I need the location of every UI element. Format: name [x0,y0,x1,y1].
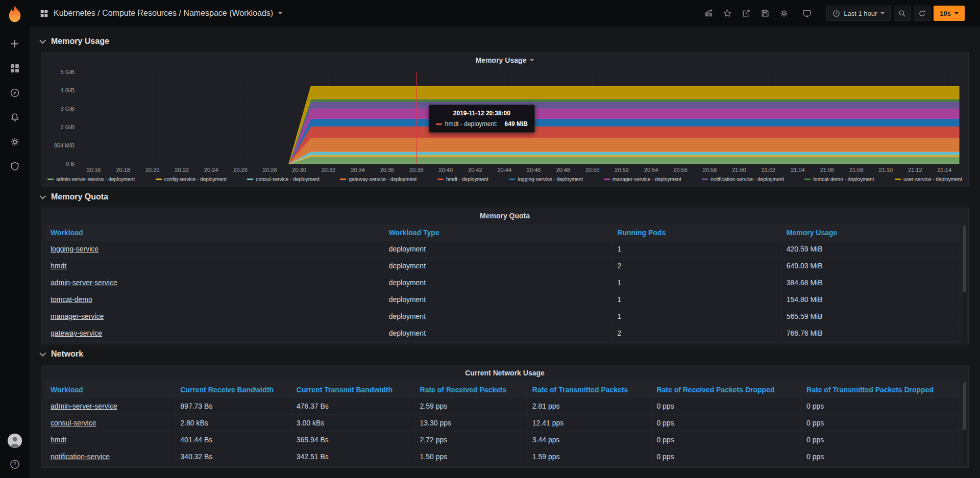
sidebar-bottom: ? [7,433,22,470]
time-range-picker[interactable]: Last 1 hour [826,6,891,21]
column-header[interactable]: Rate of Transmitted Packets [527,382,652,398]
share-icon[interactable] [741,8,752,19]
column-header[interactable]: Memory Usage [781,225,960,241]
table-cell: 649.03 MiB [781,258,960,274]
add-panel-icon[interactable] [703,8,714,19]
configuration-icon[interactable] [9,136,20,147]
table-cell: deployment [384,325,612,342]
legend-item[interactable]: consul-service - deployment [247,177,320,182]
workload-link[interactable]: gateway-service [51,329,102,337]
breadcrumb-caret-icon [278,12,282,14]
memory-quota-panel-title[interactable]: Memory Quota [41,208,968,223]
zoom-out-button[interactable] [894,6,911,21]
memory-usage-chart[interactable]: 0 B954 MiB2 GiB3 GiB4 GiB5 GiB20:1620:18… [41,68,968,175]
svg-text:20:22: 20:22 [175,167,189,173]
explore-icon[interactable] [9,87,20,98]
svg-text:20:46: 20:46 [527,167,541,173]
table-cell: 476.37 Bs [291,398,415,415]
column-header[interactable]: Current Receive Bandwidth [176,382,291,398]
workload-link[interactable]: consul-service [51,419,96,427]
table-row: admin-server-service897.73 Bs476.37 Bs2.… [46,398,960,415]
table-row: gateway-servicedeployment2766.76 MiB [46,325,960,342]
workload-link[interactable]: notification-service [51,452,110,461]
network-table: WorkloadCurrent Receive BandwidthCurrent… [45,382,960,465]
section-memory-quota[interactable]: Memory Quota [41,190,969,204]
legend-item[interactable]: config-service - deployment [156,177,227,182]
column-header[interactable]: Workload [46,382,176,398]
save-icon[interactable] [760,8,771,19]
svg-text:20:18: 20:18 [116,167,130,173]
dashboard-title-button[interactable]: Kubernetes / Compute Resources / Namespa… [40,9,282,18]
svg-text:20:42: 20:42 [468,167,482,173]
column-header[interactable]: Workload Type [384,225,612,241]
legend-item[interactable]: hmdt - deployment [437,177,488,182]
settings-icon[interactable] [778,8,790,19]
workload-link[interactable]: manager-service [51,312,104,320]
table-cell: 420.59 MiB [781,241,960,258]
svg-text:0 B: 0 B [66,161,75,167]
column-header[interactable]: Rate of Received Packets Dropped [652,382,802,398]
create-icon[interactable] [9,38,20,49]
workload-link[interactable]: hmdt [51,436,66,444]
memory-usage-panel-title[interactable]: Memory Usage [41,53,968,68]
scrollbar-thumb[interactable] [963,383,966,430]
workload-link[interactable]: tomcat-demo [51,295,92,304]
column-header[interactable]: Current Transmit Bandwidth [291,382,415,398]
navbar: Kubernetes / Compute Resources / Namespa… [30,0,980,27]
table-cell: manager-service [46,308,384,325]
memory-quota-table-wrap: WorkloadWorkload TypeRunning PodsMemory … [41,223,968,344]
table-scrollbar[interactable] [963,383,966,464]
legend-item[interactable]: user-service - deployment [895,177,962,182]
table-cell: 342.51 Bs [291,448,415,465]
table-scrollbar[interactable] [963,225,966,341]
column-header[interactable]: Workload [46,225,384,241]
table-cell: 1 [612,274,781,291]
legend-item[interactable]: notification-service - deployment [702,177,783,182]
user-avatar[interactable] [7,433,22,448]
svg-text:?: ? [13,461,16,467]
table-cell: 3.44 pps [527,432,652,448]
workload-link[interactable]: admin-server-service [51,402,117,410]
help-icon[interactable]: ? [9,459,20,470]
table-cell: deployment [384,258,612,274]
workload-link[interactable]: admin-server-service [51,279,117,287]
column-header[interactable]: Rate of Transmitted Packets Dropped [802,382,960,398]
table-cell: 1 [612,291,781,308]
refresh-caret-icon [954,12,959,14]
column-header[interactable]: Running Pods [612,225,781,241]
legend-item[interactable]: admin-server-service - deployment [47,177,135,182]
svg-text:21:08: 21:08 [849,167,864,173]
workload-link[interactable]: hmdt [51,262,66,270]
svg-text:20:48: 20:48 [556,167,570,173]
scrollbar-thumb[interactable] [963,225,966,292]
tooltip-timestamp: 2019-11-12 20:38:00 [436,110,528,117]
network-panel-title[interactable]: Current Network Usage [41,365,968,381]
legend-item[interactable]: gateway-service - deployment [340,177,416,182]
refresh-button[interactable] [914,6,930,21]
server-admin-icon[interactable] [9,161,20,172]
table-cell: 1 [612,308,781,325]
refresh-interval-picker[interactable]: 10s [934,6,965,21]
grafana-logo[interactable] [6,5,24,23]
legend-item[interactable]: manager-service - deployment [604,177,681,182]
table-cell: 0 pps [652,415,802,432]
table-cell: 897.73 Bs [176,398,291,415]
legend-item[interactable]: logging-service - deployment [509,177,583,182]
section-network[interactable]: Network [41,347,969,361]
workload-link[interactable]: logging-service [51,245,99,253]
dashboards-icon[interactable] [9,63,20,74]
cycle-view-icon[interactable] [801,8,813,19]
section-memory-usage[interactable]: Memory Usage [41,35,969,48]
zoom-out-icon [898,10,906,17]
column-header[interactable]: Rate of Received Packets [415,382,527,398]
svg-text:20:30: 20:30 [292,167,306,173]
alerting-icon[interactable] [9,112,20,123]
clock-icon [832,10,840,17]
legend-item[interactable]: tomcat-demo - deployment [804,177,874,182]
table-cell: 0 pps [802,415,960,432]
star-icon[interactable] [722,8,733,19]
svg-text:3 GiB: 3 GiB [60,106,75,112]
table-row: logging-servicedeployment1420.59 MiB [46,241,960,258]
legend-color-dash [804,179,811,180]
table-cell: tomcat-demo [46,291,384,308]
